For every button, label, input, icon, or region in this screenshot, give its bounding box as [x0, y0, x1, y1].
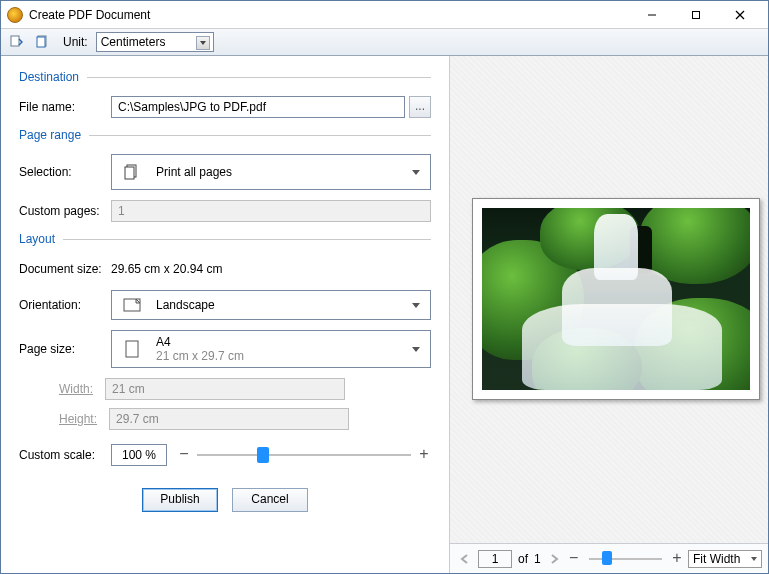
pages-icon [122, 162, 142, 182]
prev-page-button[interactable] [456, 550, 474, 568]
width-input: 21 cm [105, 378, 345, 400]
scale-label: Custom scale: [19, 448, 111, 462]
custompages-input[interactable]: 1 [111, 200, 431, 222]
next-page-button[interactable] [545, 550, 563, 568]
minimize-button[interactable] [630, 1, 674, 29]
toolbar: Unit: Centimeters [1, 29, 768, 56]
fit-mode-select[interactable]: Fit Width [688, 550, 762, 568]
chevron-down-icon [412, 303, 420, 308]
svg-rect-6 [37, 37, 45, 47]
zoom-slider[interactable] [589, 552, 662, 566]
unit-label: Unit: [63, 35, 88, 49]
selection-select[interactable]: Print all pages [111, 154, 431, 190]
close-button[interactable] [718, 1, 762, 29]
section-layout: Layout [19, 232, 431, 246]
section-destination: Destination [19, 70, 431, 84]
cancel-button[interactable]: Cancel [232, 488, 308, 512]
orientation-select[interactable]: Landscape [111, 290, 431, 320]
zoom-out-button[interactable]: − [567, 552, 581, 566]
selection-label: Selection: [19, 165, 111, 179]
page-number-input[interactable]: 1 [478, 550, 512, 568]
height-label: Height: [59, 412, 97, 426]
svg-rect-10 [126, 341, 138, 357]
settings-panel: Destination File name: C:\Samples\JPG to… [1, 56, 449, 573]
maximize-button[interactable] [674, 1, 718, 29]
of-label: of [518, 552, 528, 566]
section-pagerange: Page range [19, 128, 431, 142]
scale-input[interactable]: 100 % [111, 444, 167, 466]
zoom-in-button[interactable]: + [670, 552, 684, 566]
orientation-label: Orientation: [19, 298, 111, 312]
chevron-down-icon [412, 170, 420, 175]
title-bar: Create PDF Document [1, 1, 768, 29]
publish-button[interactable]: Publish [142, 488, 218, 512]
chevron-down-icon [412, 347, 420, 352]
svg-rect-4 [11, 36, 19, 46]
app-icon [7, 7, 23, 23]
custompages-label: Custom pages: [19, 204, 111, 218]
filename-label: File name: [19, 100, 111, 114]
preview-panel: 1 of 1 − + Fit Width [449, 56, 768, 573]
docsize-value: 29.65 cm x 20.94 cm [111, 258, 222, 280]
browse-button[interactable]: ... [409, 96, 431, 118]
svg-rect-1 [693, 11, 700, 18]
preview-page [472, 198, 760, 400]
scale-minus-button[interactable]: − [177, 448, 191, 462]
svg-rect-8 [125, 167, 134, 179]
tool-button-1[interactable] [5, 31, 27, 53]
width-label: Width: [59, 382, 93, 396]
docsize-label: Document size: [19, 262, 111, 276]
pagesize-label: Page size: [19, 342, 111, 356]
scale-slider[interactable] [197, 447, 411, 463]
window-title: Create PDF Document [29, 8, 150, 22]
filename-input[interactable]: C:\Samples\JPG to PDF.pdf [111, 96, 405, 118]
scale-plus-button[interactable]: + [417, 448, 431, 462]
page-total: 1 [534, 552, 541, 566]
landscape-icon [122, 295, 142, 315]
height-input: 29.7 cm [109, 408, 349, 430]
unit-select[interactable]: Centimeters [96, 32, 214, 52]
preview-image [482, 208, 750, 390]
preview-nav: 1 of 1 − + Fit Width [450, 543, 768, 573]
tool-button-2[interactable] [31, 31, 53, 53]
page-icon [122, 339, 142, 359]
pagesize-select[interactable]: A421 cm x 29.7 cm [111, 330, 431, 368]
